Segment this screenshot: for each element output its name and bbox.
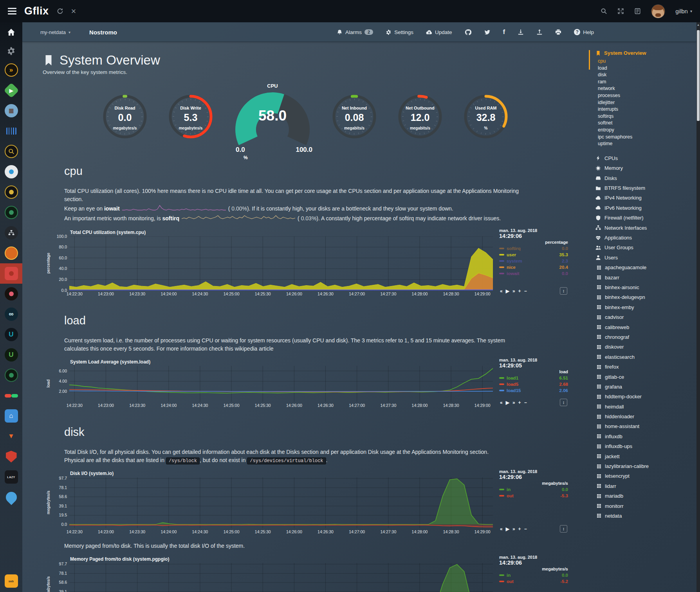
submenu-item-idlejitter[interactable]: idlejitter [583,99,695,106]
search-icon[interactable] [601,8,607,14]
menu-app-monitorr[interactable]: monitorr [583,501,695,511]
submenu-item-ram[interactable]: ram [583,79,695,86]
menu-app-elasticsearch[interactable]: elasticsearch [583,352,695,362]
submenu-item-network[interactable]: network [583,85,695,92]
submenu-item-cpu[interactable]: cpu [583,58,695,65]
app-title[interactable]: Gflix [24,5,49,17]
menu-item-ipv4-networking[interactable]: IPv4 Networking [583,193,695,203]
settings-button[interactable]: Settings [386,29,413,35]
avatar[interactable] [651,4,665,18]
plot-area[interactable] [69,477,493,528]
rail-app-lazylibrarian[interactable]: LAZY [0,467,22,487]
legend-user[interactable]: user35.3 [499,252,568,257]
play-button[interactable]: ▶ [506,288,509,294]
rail-app-jackett[interactable] [0,141,22,162]
menu-app-influxdb-ups[interactable]: influxdb-ups [583,441,695,451]
rail-app-emby[interactable]: ▶ [0,80,22,101]
rail-app-plex[interactable]: » [0,60,22,80]
help-button[interactable]: ? Help [574,29,594,35]
rail-app-app-u-teal[interactable]: U [0,324,22,345]
close-icon[interactable]: × [71,8,76,14]
legend-out[interactable]: out-5.2 [499,579,568,584]
news-icon[interactable] [634,8,641,14]
pan-forward-button[interactable]: » [512,526,515,532]
rail-app-app-green-dot[interactable] [0,365,22,385]
menu-item-network-interfaces[interactable]: Network Interfaces [583,223,695,232]
menu-app-hddtemp-docker[interactable]: hddtemp-docker [583,392,695,401]
rail-app-app-red-shield[interactable] [0,446,22,467]
menu-app-hiddenloader[interactable]: hiddenloader [583,412,695,421]
menu-app-letsencrypt[interactable]: letsencrypt [583,471,695,481]
update-button[interactable]: Update [426,29,452,35]
rail-app-app-x-yellow[interactable] [0,182,22,202]
legend-system[interactable]: system2.3 [499,259,568,263]
menu-app-mariadb[interactable]: mariadb [583,491,695,501]
zoom-in-button[interactable]: + [518,400,521,405]
fullscreen-icon[interactable] [617,8,624,14]
menu-icon[interactable] [8,8,16,14]
zoom-out-button[interactable]: − [524,400,527,405]
submenu-item-processes[interactable]: processes [583,92,695,99]
home-button[interactable] [0,22,22,42]
menu-app-binhex-emby[interactable]: binhex-emby [583,302,695,312]
menu-item-firewall-netfilter-[interactable]: Firewall (netfilter) [583,213,695,223]
gauge-cpu[interactable]: CPU58.00.0100.0% [231,83,314,148]
play-button[interactable]: ▶ [506,400,509,405]
gauge-net-inbound[interactable]: Net Inbound0.08megabits/s [329,93,380,140]
rail-app-gitlab[interactable]: ▼ [0,426,22,446]
github-icon[interactable] [465,29,471,36]
submenu-item-disk[interactable]: disk [583,72,695,79]
menu-item-memory[interactable]: Memory [583,163,695,173]
scrollbar[interactable]: ▲ [696,22,700,592]
submenu-item-entropy[interactable]: entropy [583,127,695,134]
rail-app-sabnzbd[interactable]: sab [0,571,22,591]
scrollbar-thumb[interactable] [697,30,700,121]
gauge-net-outbound[interactable]: Net Outbound12.0megabits/s [395,93,446,140]
menu-app-calibreweb[interactable]: calibreweb [583,322,695,332]
rail-app-app-infinity[interactable]: ∞ [0,304,22,324]
menu-app-lidarr[interactable]: lidarr [583,481,695,491]
zoom-out-button[interactable]: − [524,526,527,532]
user-menu[interactable]: gilbn ▾ [675,8,692,14]
menu-app-grafana[interactable]: grafana [583,382,695,392]
menu-app-cadvisor[interactable]: cadvisor [583,312,695,322]
menu-app-netdata[interactable]: netdata [583,511,695,521]
rail-app-app-drop[interactable] [0,487,22,507]
gauge-used-ram[interactable]: Used RAM32.8% [460,93,511,140]
submenu-item-softirqs[interactable]: softirqs [583,113,695,120]
refresh-icon[interactable] [57,8,63,14]
legend-load15[interactable]: load152.06 [499,388,568,393]
legend-softirq[interactable]: softirq0.0 [499,246,568,251]
resize-handle[interactable]: ↕ [560,399,567,406]
legend-in[interactable]: in0.0 [499,573,568,578]
legend-load5[interactable]: load52.68 [499,382,568,387]
menu-app-firefox[interactable]: firefox [583,362,695,372]
menu-app-bazarr[interactable]: bazarr [583,272,695,282]
plot-area[interactable] [69,236,493,290]
menu-app-apacheguacamole[interactable]: apacheguacamole [583,263,695,272]
rail-app-app-share[interactable] [0,223,22,243]
rail-app-app-berries[interactable] [0,284,22,304]
rail-app-home-assistant[interactable]: ⌂ [0,406,22,426]
zoom-out-button[interactable]: − [524,288,527,294]
menu-app-lazylibrarian-calibre[interactable]: lazylibrarian-calibre [583,461,695,471]
legend-iowait[interactable]: iowait0.0 [499,271,568,276]
registry-dropdown[interactable]: my-netdata ▾ [40,29,70,35]
legend-load1[interactable]: load16.51 [499,376,568,380]
submenu-item-interrupts[interactable]: interrupts [583,106,695,113]
rail-app-firefox[interactable] [0,243,22,263]
menu-item-disks[interactable]: Disks [583,173,695,183]
pan-backward-button[interactable]: « [500,526,503,532]
menu-item-btrfs-filesystem[interactable]: BTRFS filesystem [583,183,695,193]
download-icon[interactable] [518,29,524,35]
resize-handle[interactable]: ↕ [560,525,567,533]
hostname[interactable]: Nostromo [89,29,117,36]
pan-backward-button[interactable]: « [500,288,503,294]
resize-handle[interactable]: ↕ [560,287,567,295]
rail-app-app-x-white[interactable] [0,162,22,182]
menu-app-chronograf[interactable]: chronograf [583,332,695,342]
menu-item-cpus[interactable]: CPUs [583,153,695,163]
rail-app-app-pills[interactable] [0,385,22,406]
submenu-item-softnet[interactable]: softnet [583,120,695,127]
menu-app-home-assistant[interactable]: home-assistant [583,421,695,431]
